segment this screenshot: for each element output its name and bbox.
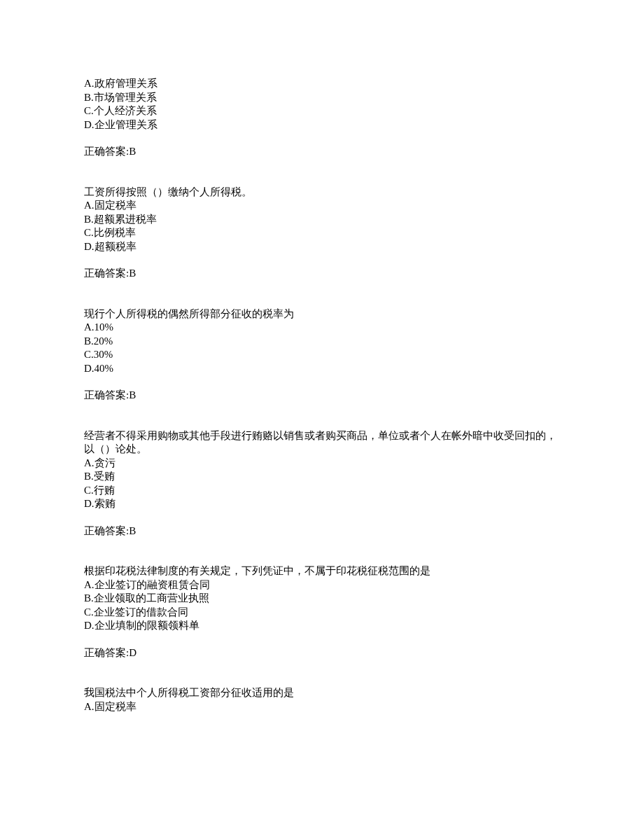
question-stem: 现行个人所得税的偶然所得部分征收的税率为 (84, 307, 560, 321)
option-text: B.市场管理关系 (84, 91, 560, 105)
option-text: D.索贿 (84, 497, 560, 511)
question-block: 工资所得按照（）缴纳个人所得税。 A.固定税率 B.超额累进税率 C.比例税率 … (84, 186, 560, 281)
option-text: A.贪污 (84, 457, 560, 471)
option-text: D.超额税率 (84, 240, 560, 254)
option-text: D.企业填制的限额领料单 (84, 619, 560, 633)
document-page: A.政府管理关系 B.市场管理关系 C.个人经济关系 D.企业管理关系 正确答案… (0, 0, 644, 714)
option-text: A.固定税率 (84, 700, 560, 714)
option-text: B.20% (84, 335, 560, 349)
option-text: B.超额累进税率 (84, 213, 560, 227)
option-text: D.40% (84, 362, 560, 376)
answer-text: 正确答案:B (84, 267, 560, 281)
question-block: 现行个人所得税的偶然所得部分征收的税率为 A.10% B.20% C.30% D… (84, 307, 560, 403)
answer-text: 正确答案:B (84, 524, 560, 538)
option-text: A.固定税率 (84, 199, 560, 213)
option-text: C.企业签订的借款合同 (84, 606, 560, 620)
question-block: 根据印花税法律制度的有关规定，下列凭证中，不属于印花税征税范围的是 A.企业签订… (84, 564, 560, 660)
option-text: C.行贿 (84, 484, 560, 498)
question-block: 我国税法中个人所得税工资部分征收适用的是 A.固定税率 (84, 686, 560, 714)
question-block: A.政府管理关系 B.市场管理关系 C.个人经济关系 D.企业管理关系 正确答案… (84, 77, 560, 159)
option-text: A.企业签订的融资租赁合同 (84, 578, 560, 592)
question-block: 经营者不得采用购物或其他手段进行贿赂以销售或者购买商品，单位或者个人在帐外暗中收… (84, 429, 560, 538)
option-text: A.10% (84, 321, 560, 335)
question-stem: 根据印花税法律制度的有关规定，下列凭证中，不属于印花税征税范围的是 (84, 564, 560, 578)
option-text: A.政府管理关系 (84, 77, 560, 91)
answer-text: 正确答案:B (84, 145, 560, 159)
option-text: C.30% (84, 348, 560, 362)
question-stem: 工资所得按照（）缴纳个人所得税。 (84, 186, 560, 200)
option-text: C.个人经济关系 (84, 104, 560, 118)
question-stem: 我国税法中个人所得税工资部分征收适用的是 (84, 686, 560, 700)
answer-text: 正确答案:D (84, 646, 560, 660)
question-stem: 经营者不得采用购物或其他手段进行贿赂以销售或者购买商品，单位或者个人在帐外暗中收… (84, 429, 560, 457)
option-text: C.比例税率 (84, 226, 560, 240)
option-text: B.企业领取的工商营业执照 (84, 592, 560, 606)
answer-text: 正确答案:B (84, 389, 560, 403)
option-text: B.受贿 (84, 470, 560, 484)
option-text: D.企业管理关系 (84, 118, 560, 132)
